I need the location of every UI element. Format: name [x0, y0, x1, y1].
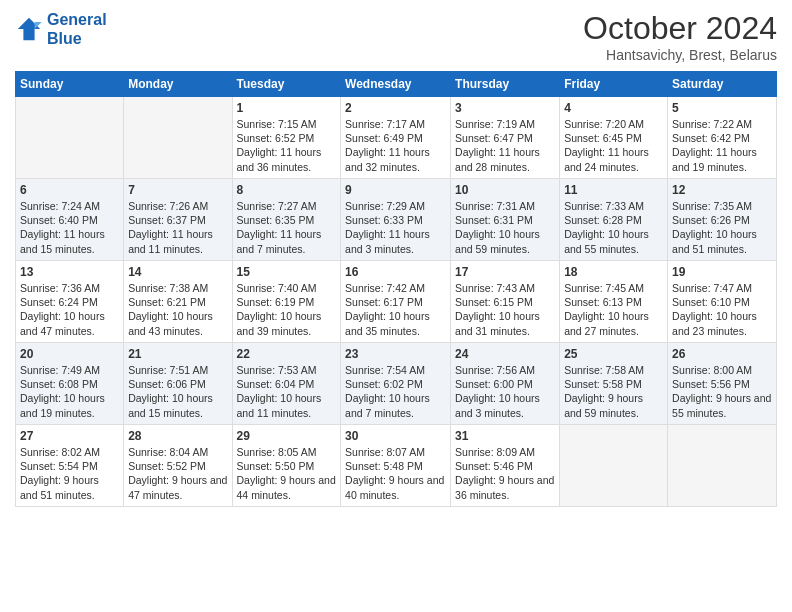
cell-info: Sunrise: 7:22 AMSunset: 6:42 PMDaylight:…: [672, 117, 772, 174]
day-number: 2: [345, 101, 446, 115]
cell-info: Sunrise: 7:35 AMSunset: 6:26 PMDaylight:…: [672, 199, 772, 256]
cell-info: Sunrise: 7:43 AMSunset: 6:15 PMDaylight:…: [455, 281, 555, 338]
cell-info: Sunrise: 7:29 AMSunset: 6:33 PMDaylight:…: [345, 199, 446, 256]
cell-info: Sunrise: 7:36 AMSunset: 6:24 PMDaylight:…: [20, 281, 119, 338]
day-number: 12: [672, 183, 772, 197]
calendar-cell: 18Sunrise: 7:45 AMSunset: 6:13 PMDayligh…: [560, 261, 668, 343]
day-number: 23: [345, 347, 446, 361]
cell-info: Sunrise: 7:53 AMSunset: 6:04 PMDaylight:…: [237, 363, 337, 420]
calendar-cell: 23Sunrise: 7:54 AMSunset: 6:02 PMDayligh…: [341, 343, 451, 425]
calendar-header-row: SundayMondayTuesdayWednesdayThursdayFrid…: [16, 72, 777, 97]
calendar-cell: 20Sunrise: 7:49 AMSunset: 6:08 PMDayligh…: [16, 343, 124, 425]
calendar-cell: 8Sunrise: 7:27 AMSunset: 6:35 PMDaylight…: [232, 179, 341, 261]
calendar-cell: 14Sunrise: 7:38 AMSunset: 6:21 PMDayligh…: [124, 261, 232, 343]
day-number: 1: [237, 101, 337, 115]
day-number: 20: [20, 347, 119, 361]
day-number: 11: [564, 183, 663, 197]
calendar-week-row: 13Sunrise: 7:36 AMSunset: 6:24 PMDayligh…: [16, 261, 777, 343]
cell-info: Sunrise: 7:47 AMSunset: 6:10 PMDaylight:…: [672, 281, 772, 338]
calendar-cell: 6Sunrise: 7:24 AMSunset: 6:40 PMDaylight…: [16, 179, 124, 261]
cell-info: Sunrise: 7:58 AMSunset: 5:58 PMDaylight:…: [564, 363, 663, 420]
day-number: 4: [564, 101, 663, 115]
cell-info: Sunrise: 8:04 AMSunset: 5:52 PMDaylight:…: [128, 445, 227, 502]
cell-info: Sunrise: 8:09 AMSunset: 5:46 PMDaylight:…: [455, 445, 555, 502]
calendar-cell: 19Sunrise: 7:47 AMSunset: 6:10 PMDayligh…: [668, 261, 777, 343]
cell-info: Sunrise: 8:02 AMSunset: 5:54 PMDaylight:…: [20, 445, 119, 502]
day-number: 8: [237, 183, 337, 197]
cell-info: Sunrise: 7:26 AMSunset: 6:37 PMDaylight:…: [128, 199, 227, 256]
cell-info: Sunrise: 7:20 AMSunset: 6:45 PMDaylight:…: [564, 117, 663, 174]
title-block: October 2024 Hantsavichy, Brest, Belarus: [583, 10, 777, 63]
cell-info: Sunrise: 7:17 AMSunset: 6:49 PMDaylight:…: [345, 117, 446, 174]
day-header-thursday: Thursday: [451, 72, 560, 97]
day-number: 21: [128, 347, 227, 361]
cell-info: Sunrise: 8:00 AMSunset: 5:56 PMDaylight:…: [672, 363, 772, 420]
cell-info: Sunrise: 7:38 AMSunset: 6:21 PMDaylight:…: [128, 281, 227, 338]
cell-info: Sunrise: 7:45 AMSunset: 6:13 PMDaylight:…: [564, 281, 663, 338]
calendar-cell: 26Sunrise: 8:00 AMSunset: 5:56 PMDayligh…: [668, 343, 777, 425]
cell-info: Sunrise: 7:15 AMSunset: 6:52 PMDaylight:…: [237, 117, 337, 174]
day-header-wednesday: Wednesday: [341, 72, 451, 97]
day-header-friday: Friday: [560, 72, 668, 97]
calendar-week-row: 27Sunrise: 8:02 AMSunset: 5:54 PMDayligh…: [16, 425, 777, 507]
cell-info: Sunrise: 7:27 AMSunset: 6:35 PMDaylight:…: [237, 199, 337, 256]
cell-info: Sunrise: 7:33 AMSunset: 6:28 PMDaylight:…: [564, 199, 663, 256]
calendar-cell: 7Sunrise: 7:26 AMSunset: 6:37 PMDaylight…: [124, 179, 232, 261]
page-header: General Blue October 2024 Hantsavichy, B…: [15, 10, 777, 63]
month-title: October 2024: [583, 10, 777, 47]
day-number: 17: [455, 265, 555, 279]
calendar-table: SundayMondayTuesdayWednesdayThursdayFrid…: [15, 71, 777, 507]
day-header-monday: Monday: [124, 72, 232, 97]
calendar-cell: 24Sunrise: 7:56 AMSunset: 6:00 PMDayligh…: [451, 343, 560, 425]
logo-text: General Blue: [47, 10, 107, 48]
cell-info: Sunrise: 7:49 AMSunset: 6:08 PMDaylight:…: [20, 363, 119, 420]
calendar-cell: 31Sunrise: 8:09 AMSunset: 5:46 PMDayligh…: [451, 425, 560, 507]
day-number: 26: [672, 347, 772, 361]
day-number: 19: [672, 265, 772, 279]
day-number: 24: [455, 347, 555, 361]
calendar-cell: 1Sunrise: 7:15 AMSunset: 6:52 PMDaylight…: [232, 97, 341, 179]
calendar-cell: 21Sunrise: 7:51 AMSunset: 6:06 PMDayligh…: [124, 343, 232, 425]
calendar-cell: 25Sunrise: 7:58 AMSunset: 5:58 PMDayligh…: [560, 343, 668, 425]
calendar-cell: 30Sunrise: 8:07 AMSunset: 5:48 PMDayligh…: [341, 425, 451, 507]
calendar-cell: 10Sunrise: 7:31 AMSunset: 6:31 PMDayligh…: [451, 179, 560, 261]
cell-info: Sunrise: 7:19 AMSunset: 6:47 PMDaylight:…: [455, 117, 555, 174]
day-number: 5: [672, 101, 772, 115]
day-number: 9: [345, 183, 446, 197]
calendar-cell: 3Sunrise: 7:19 AMSunset: 6:47 PMDaylight…: [451, 97, 560, 179]
calendar-cell: 5Sunrise: 7:22 AMSunset: 6:42 PMDaylight…: [668, 97, 777, 179]
cell-info: Sunrise: 7:31 AMSunset: 6:31 PMDaylight:…: [455, 199, 555, 256]
calendar-cell: 11Sunrise: 7:33 AMSunset: 6:28 PMDayligh…: [560, 179, 668, 261]
calendar-cell: 9Sunrise: 7:29 AMSunset: 6:33 PMDaylight…: [341, 179, 451, 261]
calendar-cell: 12Sunrise: 7:35 AMSunset: 6:26 PMDayligh…: [668, 179, 777, 261]
day-number: 30: [345, 429, 446, 443]
svg-marker-0: [18, 18, 40, 40]
day-number: 27: [20, 429, 119, 443]
day-header-saturday: Saturday: [668, 72, 777, 97]
calendar-cell: 16Sunrise: 7:42 AMSunset: 6:17 PMDayligh…: [341, 261, 451, 343]
cell-info: Sunrise: 7:56 AMSunset: 6:00 PMDaylight:…: [455, 363, 555, 420]
day-number: 29: [237, 429, 337, 443]
calendar-week-row: 20Sunrise: 7:49 AMSunset: 6:08 PMDayligh…: [16, 343, 777, 425]
cell-info: Sunrise: 7:40 AMSunset: 6:19 PMDaylight:…: [237, 281, 337, 338]
calendar-week-row: 6Sunrise: 7:24 AMSunset: 6:40 PMDaylight…: [16, 179, 777, 261]
day-number: 18: [564, 265, 663, 279]
calendar-cell: 15Sunrise: 7:40 AMSunset: 6:19 PMDayligh…: [232, 261, 341, 343]
day-header-sunday: Sunday: [16, 72, 124, 97]
day-number: 10: [455, 183, 555, 197]
day-number: 3: [455, 101, 555, 115]
calendar-cell: [124, 97, 232, 179]
day-number: 14: [128, 265, 227, 279]
day-number: 28: [128, 429, 227, 443]
day-number: 25: [564, 347, 663, 361]
day-number: 6: [20, 183, 119, 197]
logo: General Blue: [15, 10, 107, 48]
day-number: 16: [345, 265, 446, 279]
calendar-cell: 22Sunrise: 7:53 AMSunset: 6:04 PMDayligh…: [232, 343, 341, 425]
calendar-cell: [668, 425, 777, 507]
day-number: 15: [237, 265, 337, 279]
location-subtitle: Hantsavichy, Brest, Belarus: [583, 47, 777, 63]
calendar-cell: 29Sunrise: 8:05 AMSunset: 5:50 PMDayligh…: [232, 425, 341, 507]
day-number: 7: [128, 183, 227, 197]
calendar-cell: [16, 97, 124, 179]
